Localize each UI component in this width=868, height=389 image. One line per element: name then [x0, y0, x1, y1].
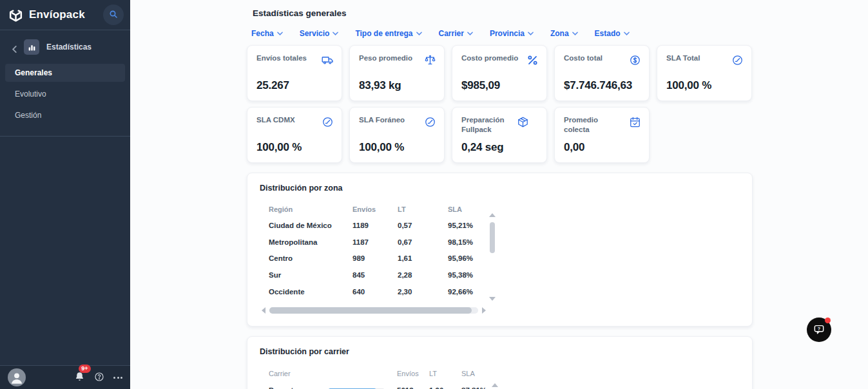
cell-envios: 1189: [352, 222, 398, 229]
chat-notification-dot: [825, 318, 831, 323]
collapse-sidebar-icon[interactable]: [12, 44, 17, 50]
scroll-left-icon[interactable]: [262, 307, 265, 314]
horizontal-scroll-thumb[interactable]: [269, 307, 472, 314]
statistics-icon: [24, 39, 39, 55]
filter-label: Fecha: [251, 29, 274, 38]
scroll-up-icon[interactable]: [489, 213, 496, 217]
column-header-lt: LT: [398, 205, 448, 213]
stat-label: Envíos totales: [256, 53, 322, 63]
package-icon: [517, 116, 529, 131]
zona-horizontal-scrollbar[interactable]: [262, 307, 486, 314]
table-row: Ciudad de México 1189 0,57 95,21%: [269, 217, 490, 234]
percent-icon: [526, 54, 539, 69]
chevron-down-icon: [333, 32, 338, 35]
cell-lt: 1,61: [398, 254, 448, 262]
sidebar-item-label: Generales: [15, 68, 52, 77]
filter-zona[interactable]: Zona: [550, 29, 578, 38]
stat-card-preparacion-fullpack: Preparación Fullpack 0,24 seg: [452, 107, 547, 163]
filter-label: Servicio: [300, 29, 330, 38]
stat-value: $7.746.746,63: [564, 79, 632, 92]
sidebar-item-generales[interactable]: Generales: [5, 64, 125, 82]
notifications-button[interactable]: 9+: [74, 371, 85, 384]
cell-lt: 2,30: [398, 288, 448, 296]
cell-region: Ciudad de México: [269, 222, 352, 229]
stat-value: 0,24 seg: [461, 141, 504, 154]
gauge-icon: [322, 116, 334, 131]
stat-label: Promedio colecta: [564, 115, 629, 135]
column-header-sla: SLA: [448, 205, 490, 213]
filter-carrier[interactable]: Carrier: [439, 29, 473, 38]
cell-region: Occidente: [269, 288, 352, 296]
stat-label: SLA Foráneo: [359, 115, 424, 125]
sidebar-item-gestion[interactable]: Gestión: [5, 106, 125, 124]
cell-region: Centro: [269, 254, 352, 262]
chevron-down-icon: [572, 32, 578, 35]
vertical-scroll-thumb[interactable]: [490, 222, 495, 253]
filter-fecha[interactable]: Fecha: [251, 29, 283, 38]
sidebar: Envíopack Estadísticas Generales E: [0, 0, 130, 389]
column-header-carrier: Carrier: [269, 370, 328, 377]
stat-value: 83,93 kg: [359, 79, 401, 92]
cell-envios: 989: [352, 254, 398, 262]
search-button[interactable]: [103, 5, 124, 25]
zona-vertical-scrollbar[interactable]: [488, 213, 496, 301]
cell-lt: 2,28: [398, 271, 448, 279]
scroll-down-icon[interactable]: [489, 297, 496, 301]
scroll-up-icon[interactable]: [492, 383, 498, 387]
ellipsis-icon: [113, 377, 122, 379]
sidebar-footer: 9+: [0, 365, 130, 389]
dollar-circle-icon: [629, 54, 641, 69]
cell-envios: 640: [352, 288, 398, 296]
cell-lt: 1,91: [398, 304, 448, 305]
filter-label: Carrier: [439, 29, 464, 38]
filter-tipo-de-entrega[interactable]: Tipo de entrega: [355, 29, 421, 38]
scroll-right-icon[interactable]: [482, 307, 486, 314]
stat-card-sla-cdmx: SLA CDMX 100,00 %: [247, 107, 342, 163]
filter-label: Zona: [550, 29, 569, 38]
svg-text:?: ?: [818, 326, 820, 331]
stat-card-costo-promedio: Costo promedio $985,09: [452, 45, 547, 101]
more-options-button[interactable]: [113, 377, 122, 379]
sidebar-header: Envíopack: [0, 0, 130, 30]
cell-envios: 593: [352, 304, 398, 305]
sidebar-item-evolutivo[interactable]: Evolutivo: [5, 85, 125, 103]
stat-card-sla-foraneo: SLA Foráneo 100,00 %: [349, 107, 445, 163]
cell-envios: 5613: [397, 386, 429, 389]
filter-label: Tipo de entrega: [355, 29, 412, 38]
cell-sla: 95,21%: [448, 222, 490, 229]
cell-region: Metropolitana: [269, 238, 352, 246]
sidebar-item-label: Gestión: [15, 111, 41, 120]
filter-servicio[interactable]: Servicio: [300, 29, 339, 38]
gauge-icon: [424, 116, 436, 131]
table-row: Occidente 640 2,30 92,66%: [269, 283, 490, 300]
cell-sla: 98,15%: [448, 238, 490, 246]
stat-card-costo-total: Costo total $7.746.746,63: [554, 45, 650, 101]
table-row: Metropolitana 1187 0,67 98,15%: [269, 234, 490, 251]
cell-carrier: Paquetexpress: [269, 386, 328, 389]
chevron-down-icon: [467, 32, 473, 35]
calendar-check-icon: [629, 116, 641, 131]
cell-sla: 95,96%: [448, 254, 490, 262]
horizontal-scroll-track[interactable]: [269, 307, 478, 314]
cell-region: Bajío: [269, 304, 352, 305]
gauge-icon: [731, 54, 744, 69]
filter-estado[interactable]: Estado: [595, 29, 630, 38]
filters-bar: Fecha Servicio Tipo de entrega Carrier P…: [251, 29, 630, 38]
stat-cards-row-2: SLA CDMX 100,00 % SLA Foráneo 100,00 %: [247, 107, 650, 163]
user-avatar[interactable]: [8, 368, 26, 386]
carrier-distribution-panel: Distribución por carrier Carrier Envíos …: [247, 336, 753, 389]
carrier-panel-title: Distribución por carrier: [260, 347, 349, 356]
cell-envios: 1187: [352, 238, 398, 246]
filter-provincia[interactable]: Provincia: [490, 29, 534, 38]
column-header-lt: LT: [429, 370, 461, 377]
filter-label: Provincia: [490, 29, 525, 38]
table-row-clipped: Bajío 593 1,91 90,79%: [269, 299, 490, 305]
help-button[interactable]: [94, 372, 104, 384]
stat-cards-row-1: Envíos totales 25.267 Peso promedio: [247, 45, 752, 101]
stat-value: 25.267: [256, 79, 289, 92]
brand-name: Envíopack: [29, 8, 85, 21]
cell-sla: 95,38%: [448, 271, 490, 279]
support-chat-button[interactable]: ?: [807, 318, 831, 342]
stat-label: SLA Total: [666, 53, 731, 63]
carrier-bar: [328, 386, 397, 389]
